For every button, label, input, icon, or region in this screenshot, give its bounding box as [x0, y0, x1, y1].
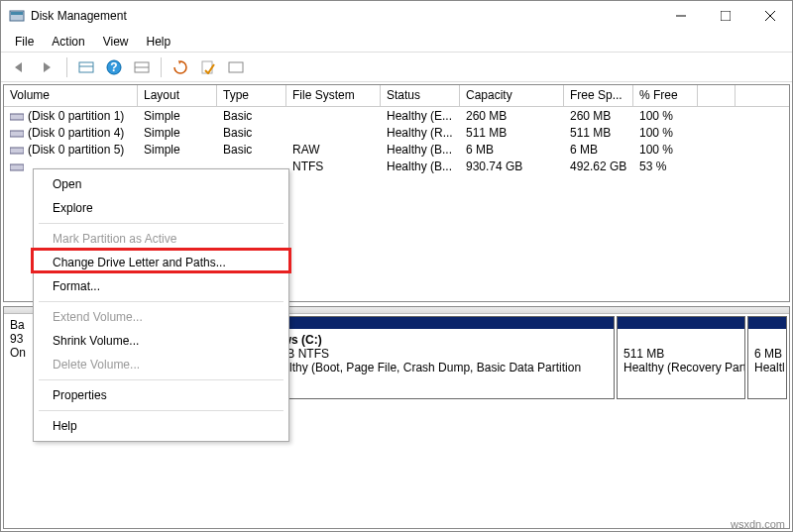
- menu-file[interactable]: File: [7, 33, 42, 51]
- svg-rect-13: [229, 62, 243, 72]
- col-free[interactable]: Free Sp...: [564, 85, 633, 106]
- menu-separator: [39, 379, 283, 380]
- menu-separator: [39, 301, 283, 302]
- partition-status: Healthy (Boot, Page File, Crash Dump, Ba…: [268, 361, 608, 374]
- cell: Simple: [138, 126, 217, 140]
- cell: 100 %: [633, 126, 698, 140]
- volume-icon: [10, 111, 24, 121]
- partition-body: dows (C:) 4 GB NTFS Healthy (Boot, Page …: [262, 329, 614, 398]
- close-button[interactable]: [747, 1, 792, 31]
- col-pct[interactable]: % Free: [633, 85, 698, 106]
- partition-status: Healthy (Recovery Partit: [623, 361, 738, 374]
- partition[interactable]: dows (C:) 4 GB NTFS Healthy (Boot, Page …: [261, 316, 615, 399]
- cell: Simple: [138, 143, 217, 157]
- col-volume[interactable]: Volume: [4, 85, 138, 106]
- menu-properties[interactable]: Properties: [37, 383, 285, 407]
- cell: Basic: [217, 126, 286, 140]
- svg-rect-6: [79, 62, 93, 72]
- cell: Basic: [217, 143, 286, 157]
- svg-rect-14: [10, 114, 24, 120]
- menu-change-drive-letter[interactable]: Change Drive Letter and Paths...: [37, 251, 285, 274]
- toolbar-btn-1[interactable]: [75, 56, 97, 78]
- menu-format[interactable]: Format...: [37, 274, 285, 298]
- help-icon[interactable]: ?: [103, 56, 125, 78]
- svg-rect-16: [10, 148, 24, 154]
- separator: [66, 57, 67, 77]
- col-filesystem[interactable]: File System: [286, 85, 381, 106]
- col-blank[interactable]: [698, 85, 736, 106]
- menu-explore[interactable]: Explore: [37, 196, 285, 220]
- refresh-icon[interactable]: [170, 56, 191, 78]
- app-icon: [9, 8, 25, 24]
- separator: [161, 57, 162, 77]
- cell: 6 MB: [564, 143, 633, 157]
- partition-bar: [262, 317, 614, 329]
- toolbar-btn-2[interactable]: [131, 56, 153, 78]
- svg-rect-3: [721, 11, 731, 21]
- menu-help[interactable]: Help: [37, 414, 285, 438]
- table-row[interactable]: (Disk 0 partition 4) Simple Basic Health…: [4, 124, 789, 141]
- volume-icon: [10, 145, 24, 155]
- back-button[interactable]: [9, 56, 31, 78]
- cell: 511 MB: [460, 126, 564, 140]
- svg-text:?: ?: [110, 60, 117, 74]
- cell: 511 MB: [564, 126, 633, 140]
- menu-view[interactable]: View: [95, 33, 137, 51]
- partition-body: 6 MB Healtl: [748, 329, 786, 398]
- menu-action[interactable]: Action: [44, 33, 92, 51]
- partition-bar: [748, 317, 786, 329]
- partition[interactable]: 6 MB Healtl: [747, 316, 787, 399]
- col-type[interactable]: Type: [217, 85, 286, 106]
- cell: Healthy (B...: [381, 160, 460, 173]
- volume-icon: [10, 128, 24, 138]
- partition-body: 511 MB Healthy (Recovery Partit: [618, 329, 744, 398]
- cell: NTFS: [286, 160, 381, 173]
- forward-button[interactable]: [37, 56, 58, 78]
- cell: 53 %: [633, 160, 698, 173]
- cell: (Disk 0 partition 5): [28, 143, 124, 157]
- context-menu: Open Explore Mark Partition as Active Ch…: [33, 168, 289, 442]
- cell: 6 MB: [460, 143, 564, 157]
- cell: 492.62 GB: [564, 160, 633, 173]
- cell: Healthy (R...: [381, 126, 460, 140]
- menu-shrink-volume[interactable]: Shrink Volume...: [37, 329, 285, 353]
- watermark: wsxdn.com: [731, 518, 785, 530]
- partition[interactable]: 511 MB Healthy (Recovery Partit: [617, 316, 745, 399]
- menu-help[interactable]: Help: [139, 33, 179, 51]
- menu-separator: [39, 410, 283, 411]
- menu-open[interactable]: Open: [37, 172, 285, 196]
- col-status[interactable]: Status: [381, 85, 460, 106]
- table-row[interactable]: (Disk 0 partition 5) Simple Basic RAW He…: [4, 141, 789, 158]
- svg-rect-17: [10, 164, 24, 170]
- cell: (Disk 0 partition 1): [28, 109, 124, 123]
- partition-title: dows (C:): [268, 333, 608, 347]
- cell: Simple: [138, 109, 217, 123]
- cell: Healthy (B...: [381, 143, 460, 157]
- cell: 100 %: [633, 143, 698, 157]
- menu-delete-volume: Delete Volume...: [37, 353, 285, 376]
- partition-sub: 6 MB: [754, 347, 780, 361]
- table-header: Volume Layout Type File System Status Ca…: [4, 85, 789, 107]
- titlebar: Disk Management: [1, 1, 792, 31]
- cell: 260 MB: [564, 109, 633, 123]
- svg-rect-15: [10, 131, 24, 137]
- cell: (Disk 0 partition 4): [28, 126, 124, 140]
- maximize-button[interactable]: [703, 1, 747, 31]
- cell: RAW: [286, 143, 381, 157]
- menu-separator: [39, 223, 283, 224]
- toolbar: ?: [1, 53, 792, 82]
- toolbar-btn-3[interactable]: [197, 56, 219, 78]
- svg-rect-1: [11, 12, 23, 15]
- toolbar-btn-4[interactable]: [225, 56, 247, 78]
- partition-bar: [618, 317, 744, 329]
- col-layout[interactable]: Layout: [138, 85, 217, 106]
- window-title: Disk Management: [31, 9, 658, 23]
- cell: 260 MB: [460, 109, 564, 123]
- window-controls: [658, 1, 792, 31]
- col-capacity[interactable]: Capacity: [460, 85, 564, 106]
- volume-icon: [10, 161, 24, 171]
- table-row[interactable]: (Disk 0 partition 1) Simple Basic Health…: [4, 107, 789, 124]
- minimize-button[interactable]: [658, 1, 703, 31]
- cell: Healthy (E...: [381, 109, 460, 123]
- menu-extend-volume: Extend Volume...: [37, 305, 285, 329]
